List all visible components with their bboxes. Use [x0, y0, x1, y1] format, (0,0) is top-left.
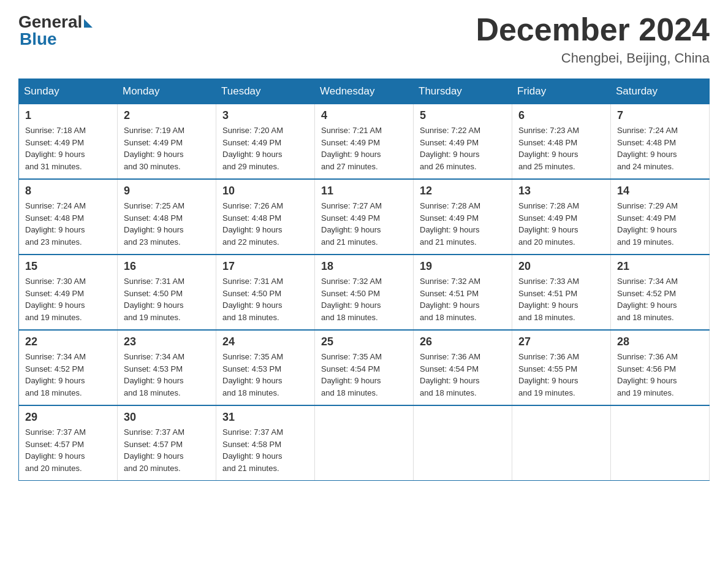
calendar-cell: 5Sunrise: 7:22 AMSunset: 4:49 PMDaylight… — [414, 104, 512, 180]
day-info: Sunrise: 7:25 AMSunset: 4:48 PMDaylight:… — [124, 200, 210, 248]
calendar-cell — [611, 405, 710, 481]
weekday-header-row: SundayMondayTuesdayWednesdayThursdayFrid… — [19, 79, 710, 104]
day-info: Sunrise: 7:35 AMSunset: 4:54 PMDaylight:… — [321, 351, 407, 399]
calendar-cell: 1Sunrise: 7:18 AMSunset: 4:49 PMDaylight… — [19, 104, 118, 180]
day-number: 5 — [420, 109, 506, 122]
day-number: 22 — [25, 335, 111, 348]
calendar-cell: 15Sunrise: 7:30 AMSunset: 4:49 PMDayligh… — [19, 255, 118, 330]
day-number: 31 — [222, 411, 308, 424]
calendar-week-5: 29Sunrise: 7:37 AMSunset: 4:57 PMDayligh… — [19, 405, 710, 481]
calendar-cell: 4Sunrise: 7:21 AMSunset: 4:49 PMDaylight… — [315, 104, 414, 180]
day-number: 23 — [124, 335, 210, 348]
calendar-cell: 18Sunrise: 7:32 AMSunset: 4:50 PMDayligh… — [315, 255, 414, 330]
day-info: Sunrise: 7:34 AMSunset: 4:53 PMDaylight:… — [124, 351, 210, 399]
day-number: 24 — [222, 335, 308, 348]
calendar-cell: 19Sunrise: 7:32 AMSunset: 4:51 PMDayligh… — [414, 255, 512, 330]
calendar-cell: 14Sunrise: 7:29 AMSunset: 4:49 PMDayligh… — [611, 179, 710, 255]
calendar-table: SundayMondayTuesdayWednesdayThursdayFrid… — [18, 79, 710, 481]
day-info: Sunrise: 7:18 AMSunset: 4:49 PMDaylight:… — [25, 124, 111, 172]
month-year-title: December 2024 — [476, 12, 710, 47]
day-number: 6 — [518, 109, 604, 122]
day-number: 15 — [25, 260, 111, 273]
title-section: December 2024 Chengbei, Beijing, China — [476, 12, 710, 66]
page-header: General Blue December 2024 Chengbei, Bei… — [18, 12, 710, 66]
weekday-header-saturday: Saturday — [611, 79, 710, 104]
calendar-cell: 2Sunrise: 7:19 AMSunset: 4:49 PMDaylight… — [118, 104, 216, 180]
day-info: Sunrise: 7:31 AMSunset: 4:50 PMDaylight:… — [222, 275, 308, 323]
day-info: Sunrise: 7:37 AMSunset: 4:58 PMDaylight:… — [222, 426, 308, 474]
logo-blue-text: Blue — [20, 29, 57, 49]
weekday-header-wednesday: Wednesday — [315, 79, 414, 104]
day-number: 8 — [25, 185, 111, 197]
day-info: Sunrise: 7:29 AMSunset: 4:49 PMDaylight:… — [617, 200, 703, 248]
weekday-header-monday: Monday — [118, 79, 216, 104]
calendar-week-3: 15Sunrise: 7:30 AMSunset: 4:49 PMDayligh… — [19, 255, 710, 330]
day-number: 29 — [25, 411, 111, 424]
day-info: Sunrise: 7:33 AMSunset: 4:51 PMDaylight:… — [518, 275, 604, 323]
day-info: Sunrise: 7:34 AMSunset: 4:52 PMDaylight:… — [617, 275, 703, 323]
calendar-cell: 24Sunrise: 7:35 AMSunset: 4:53 PMDayligh… — [216, 330, 315, 405]
day-number: 28 — [617, 335, 703, 348]
calendar-cell: 21Sunrise: 7:34 AMSunset: 4:52 PMDayligh… — [611, 255, 710, 330]
day-number: 21 — [617, 260, 703, 273]
day-number: 20 — [518, 260, 604, 273]
day-info: Sunrise: 7:36 AMSunset: 4:54 PMDaylight:… — [420, 351, 506, 399]
calendar-week-2: 8Sunrise: 7:24 AMSunset: 4:48 PMDaylight… — [19, 179, 710, 255]
day-info: Sunrise: 7:24 AMSunset: 4:48 PMDaylight:… — [25, 200, 111, 248]
logo: General Blue — [18, 12, 93, 49]
calendar-cell: 27Sunrise: 7:36 AMSunset: 4:55 PMDayligh… — [512, 330, 611, 405]
day-info: Sunrise: 7:37 AMSunset: 4:57 PMDaylight:… — [124, 426, 210, 474]
day-info: Sunrise: 7:27 AMSunset: 4:49 PMDaylight:… — [321, 200, 407, 248]
day-info: Sunrise: 7:26 AMSunset: 4:48 PMDaylight:… — [222, 200, 308, 248]
day-info: Sunrise: 7:35 AMSunset: 4:53 PMDaylight:… — [222, 351, 308, 399]
day-number: 27 — [518, 335, 604, 348]
day-info: Sunrise: 7:28 AMSunset: 4:49 PMDaylight:… — [420, 200, 506, 248]
day-number: 11 — [321, 185, 407, 197]
day-number: 16 — [124, 260, 210, 273]
day-number: 26 — [420, 335, 506, 348]
calendar-cell: 29Sunrise: 7:37 AMSunset: 4:57 PMDayligh… — [19, 405, 118, 481]
calendar-cell: 16Sunrise: 7:31 AMSunset: 4:50 PMDayligh… — [118, 255, 216, 330]
day-number: 14 — [617, 185, 703, 197]
weekday-header-tuesday: Tuesday — [216, 79, 315, 104]
day-info: Sunrise: 7:32 AMSunset: 4:50 PMDaylight:… — [321, 275, 407, 323]
day-info: Sunrise: 7:22 AMSunset: 4:49 PMDaylight:… — [420, 124, 506, 172]
calendar-cell: 26Sunrise: 7:36 AMSunset: 4:54 PMDayligh… — [414, 330, 512, 405]
calendar-cell: 13Sunrise: 7:28 AMSunset: 4:49 PMDayligh… — [512, 179, 611, 255]
day-info: Sunrise: 7:19 AMSunset: 4:49 PMDaylight:… — [124, 124, 210, 172]
calendar-cell — [414, 405, 512, 481]
calendar-cell: 6Sunrise: 7:23 AMSunset: 4:48 PMDaylight… — [512, 104, 611, 180]
calendar-cell: 9Sunrise: 7:25 AMSunset: 4:48 PMDaylight… — [118, 179, 216, 255]
day-number: 12 — [420, 185, 506, 197]
day-info: Sunrise: 7:21 AMSunset: 4:49 PMDaylight:… — [321, 124, 407, 172]
calendar-cell: 11Sunrise: 7:27 AMSunset: 4:49 PMDayligh… — [315, 179, 414, 255]
day-number: 3 — [222, 109, 308, 122]
day-info: Sunrise: 7:28 AMSunset: 4:49 PMDaylight:… — [518, 200, 604, 248]
day-number: 30 — [124, 411, 210, 424]
day-number: 1 — [25, 109, 111, 122]
location-subtitle: Chengbei, Beijing, China — [476, 50, 710, 66]
weekday-header-sunday: Sunday — [19, 79, 118, 104]
day-number: 25 — [321, 335, 407, 348]
day-number: 4 — [321, 109, 407, 122]
calendar-cell: 31Sunrise: 7:37 AMSunset: 4:58 PMDayligh… — [216, 405, 315, 481]
day-info: Sunrise: 7:36 AMSunset: 4:55 PMDaylight:… — [518, 351, 604, 399]
day-info: Sunrise: 7:30 AMSunset: 4:49 PMDaylight:… — [25, 275, 111, 323]
weekday-header-thursday: Thursday — [414, 79, 512, 104]
day-info: Sunrise: 7:32 AMSunset: 4:51 PMDaylight:… — [420, 275, 506, 323]
calendar-cell — [512, 405, 611, 481]
calendar-header: SundayMondayTuesdayWednesdayThursdayFrid… — [19, 79, 710, 104]
calendar-cell: 20Sunrise: 7:33 AMSunset: 4:51 PMDayligh… — [512, 255, 611, 330]
weekday-header-friday: Friday — [512, 79, 611, 104]
calendar-cell: 10Sunrise: 7:26 AMSunset: 4:48 PMDayligh… — [216, 179, 315, 255]
day-number: 13 — [518, 185, 604, 197]
calendar-cell: 28Sunrise: 7:36 AMSunset: 4:56 PMDayligh… — [611, 330, 710, 405]
calendar-week-1: 1Sunrise: 7:18 AMSunset: 4:49 PMDaylight… — [19, 104, 710, 180]
calendar-cell: 23Sunrise: 7:34 AMSunset: 4:53 PMDayligh… — [118, 330, 216, 405]
calendar-cell — [315, 405, 414, 481]
calendar-cell: 17Sunrise: 7:31 AMSunset: 4:50 PMDayligh… — [216, 255, 315, 330]
calendar-cell: 3Sunrise: 7:20 AMSunset: 4:49 PMDaylight… — [216, 104, 315, 180]
calendar-week-4: 22Sunrise: 7:34 AMSunset: 4:52 PMDayligh… — [19, 330, 710, 405]
day-info: Sunrise: 7:36 AMSunset: 4:56 PMDaylight:… — [617, 351, 703, 399]
calendar-body: 1Sunrise: 7:18 AMSunset: 4:49 PMDaylight… — [19, 104, 710, 481]
